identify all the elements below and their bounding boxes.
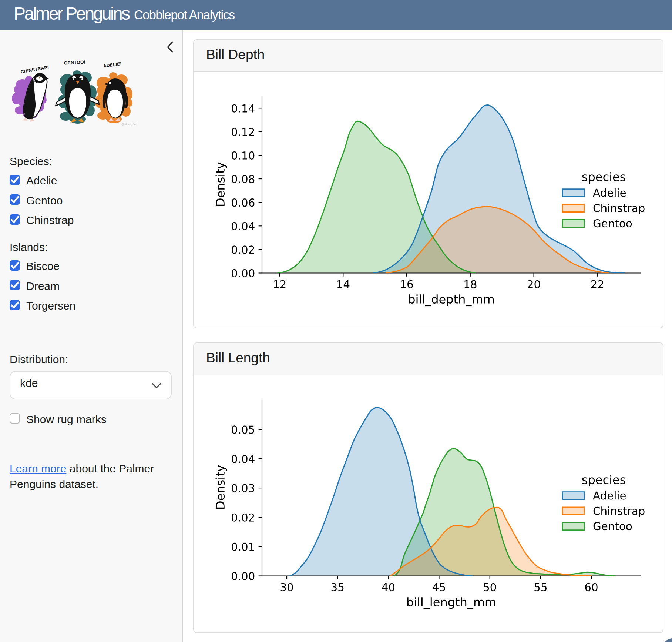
svg-text:ADĒLIE!: ADĒLIE!: [103, 61, 122, 69]
svg-text:GENTOO!: GENTOO!: [64, 59, 86, 66]
svg-text:CHINSTRAP!: CHINSTRAP!: [20, 64, 49, 74]
svg-text:@allison_horst: @allison_horst: [121, 123, 137, 126]
